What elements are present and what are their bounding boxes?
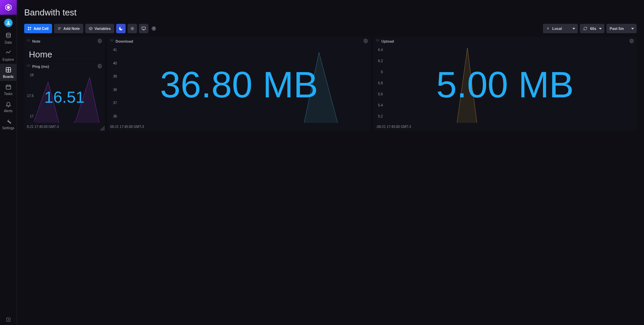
chart-plot bbox=[118, 48, 369, 123]
time-range-dropdown[interactable]: Past 5m bbox=[606, 24, 637, 33]
download-chart[interactable]: 414039383736 36.80 MB bbox=[107, 46, 371, 123]
timezone-dropdown[interactable]: Local bbox=[543, 24, 578, 33]
cube-icon bbox=[89, 27, 93, 31]
svg-point-59 bbox=[379, 40, 379, 40]
svg-rect-31 bbox=[142, 27, 146, 29]
explore-icon bbox=[5, 50, 11, 56]
app-logo[interactable] bbox=[0, 0, 17, 15]
toolbar: Add Cell Add Note Variables ? bbox=[24, 24, 637, 37]
cell-settings-button[interactable] bbox=[629, 39, 634, 44]
drag-handle-icon[interactable] bbox=[27, 64, 30, 68]
help-icon[interactable]: ? bbox=[150, 26, 156, 31]
cell-footer: 8-21 17:45:00 GMT-3 bbox=[24, 123, 105, 131]
svg-point-61 bbox=[377, 41, 378, 41]
chevron-down-icon bbox=[599, 28, 602, 30]
cell-footer: -08-21 17:45:00 GMT-3 bbox=[373, 123, 637, 131]
sidebar-item-label: Boards bbox=[3, 75, 14, 79]
user-avatar[interactable] bbox=[4, 18, 13, 28]
button-label: Add Note bbox=[63, 27, 80, 31]
cell-title: Download bbox=[116, 39, 133, 43]
svg-point-43 bbox=[27, 65, 28, 65]
svg-point-41 bbox=[30, 41, 30, 41]
main-content: Bandwith test Add Cell Add Note Variable… bbox=[17, 0, 644, 325]
svg-point-22 bbox=[132, 28, 133, 30]
gear-icon bbox=[629, 39, 634, 43]
resize-handle[interactable] bbox=[99, 125, 105, 131]
gear-icon bbox=[97, 64, 102, 68]
chevron-down-icon bbox=[572, 28, 575, 30]
dashboard-cells: Note Home Ping (ms) bbox=[24, 37, 637, 131]
page-title: Bandwith test bbox=[24, 0, 637, 24]
cell-title: Ping (ms) bbox=[32, 64, 49, 68]
sidebar-item-alerts[interactable]: Alerts bbox=[0, 98, 16, 115]
cell-title: Upload bbox=[381, 39, 394, 43]
ping-chart[interactable]: 1817.517 16.51 bbox=[24, 71, 105, 123]
cell-settings-button[interactable] bbox=[97, 64, 102, 69]
drag-handle-icon[interactable] bbox=[110, 39, 113, 43]
svg-point-58 bbox=[377, 40, 378, 40]
y-axis: 1817.517 bbox=[26, 73, 34, 118]
cell-title: Note bbox=[32, 39, 40, 43]
svg-point-53 bbox=[110, 41, 111, 41]
moon-icon bbox=[119, 26, 123, 31]
sidebar-item-tasks[interactable]: Tasks bbox=[0, 81, 16, 98]
resize-icon bbox=[99, 125, 105, 131]
drag-handle-icon[interactable] bbox=[376, 39, 379, 43]
dark-mode-button[interactable] bbox=[116, 24, 126, 33]
svg-point-39 bbox=[27, 41, 28, 41]
sidebar-item-label: Settings bbox=[2, 126, 14, 130]
sidebar-collapse-toggle[interactable] bbox=[0, 314, 16, 325]
y-axis: 6.46.265.85.65.45.2 bbox=[375, 48, 383, 118]
grid-plus-icon bbox=[28, 27, 32, 31]
add-cell-button[interactable]: Add Cell bbox=[24, 24, 52, 33]
svg-point-48 bbox=[30, 66, 30, 66]
chart-plot bbox=[34, 73, 103, 123]
svg-point-56 bbox=[365, 40, 366, 42]
svg-rect-14 bbox=[28, 29, 30, 30]
sidebar-item-explore[interactable]: Explore bbox=[0, 47, 16, 64]
sidebar-item-boards[interactable]: Boards bbox=[0, 64, 16, 81]
cell-settings-button[interactable] bbox=[363, 39, 368, 44]
sidebar-item-label: Tasks bbox=[4, 92, 13, 96]
upload-chart[interactable]: 6.46.265.85.65.45.2 5.00 MB bbox=[373, 46, 637, 123]
variables-button[interactable]: Variables bbox=[85, 24, 114, 33]
svg-point-51 bbox=[111, 40, 112, 40]
light-mode-button[interactable] bbox=[128, 24, 137, 33]
upload-cell: Upload 6.46.265.85.65.45.2 5.00 MB -08-2… bbox=[373, 37, 637, 131]
svg-point-37 bbox=[28, 40, 29, 40]
dropdown-label: 60s bbox=[590, 27, 596, 31]
svg-line-29 bbox=[131, 30, 131, 30]
sidebar-item-settings[interactable]: Settings bbox=[0, 115, 16, 132]
sidebar-item-label: Alerts bbox=[4, 109, 13, 113]
refresh-dropdown[interactable]: 60s bbox=[580, 24, 604, 33]
bell-icon bbox=[5, 101, 11, 108]
dropdown-label: Local bbox=[552, 27, 562, 31]
svg-point-42 bbox=[99, 40, 100, 42]
note-icon bbox=[57, 27, 61, 31]
svg-rect-12 bbox=[28, 27, 30, 29]
svg-point-3 bbox=[6, 33, 10, 35]
add-note-button[interactable]: Add Note bbox=[54, 24, 83, 33]
collapse-icon bbox=[6, 317, 11, 322]
svg-point-36 bbox=[27, 40, 28, 40]
svg-text:?: ? bbox=[153, 27, 154, 30]
calendar-icon bbox=[5, 84, 11, 91]
presentation-mode-button[interactable] bbox=[139, 24, 148, 33]
svg-point-45 bbox=[30, 65, 30, 65]
svg-point-55 bbox=[113, 41, 113, 41]
button-label: Variables bbox=[95, 27, 111, 31]
dropdown-label: Past 5m bbox=[610, 27, 624, 31]
svg-point-38 bbox=[30, 40, 30, 40]
drag-handle-icon[interactable] bbox=[27, 39, 30, 43]
svg-point-44 bbox=[28, 65, 29, 65]
note-ping-column: Note Home Ping (ms) bbox=[24, 37, 105, 131]
svg-point-63 bbox=[631, 40, 632, 42]
sun-icon bbox=[130, 26, 135, 31]
cell-settings-button[interactable] bbox=[97, 39, 102, 44]
sidebar-item-label: Data bbox=[5, 41, 12, 44]
database-icon bbox=[5, 33, 11, 39]
ping-cell: Ping (ms) 1817.517 16.51 8-21 17:45:00 G… bbox=[24, 61, 105, 131]
sidebar-item-data[interactable]: Data bbox=[0, 30, 16, 47]
influx-logo-icon bbox=[5, 4, 12, 11]
svg-point-54 bbox=[111, 41, 112, 41]
